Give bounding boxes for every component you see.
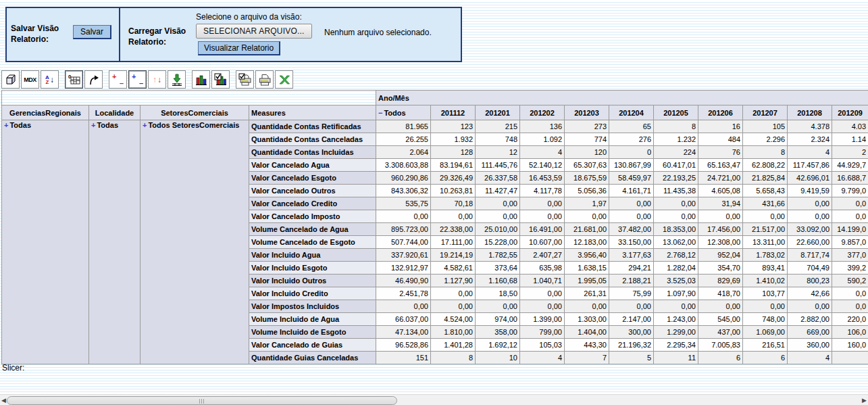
horizontal-scrollbar[interactable]: ◀ ▶ bbox=[0, 394, 868, 405]
data-cell: 215 bbox=[476, 120, 520, 133]
data-cell: 4.524,00 bbox=[431, 313, 476, 326]
data-cell: 4.582,61 bbox=[431, 262, 476, 275]
data-cell: 25.010,00 bbox=[476, 223, 520, 236]
scroll-left-arrow-icon[interactable]: ◀ bbox=[1, 397, 6, 404]
save-button[interactable]: Salvar bbox=[73, 25, 111, 39]
data-cell: 443,30 bbox=[565, 339, 609, 352]
collapse-icon[interactable]: − bbox=[378, 109, 382, 117]
data-cell: 75,99 bbox=[609, 287, 654, 300]
measure-label-cell: Volume Cancelado de Esgoto bbox=[249, 236, 376, 249]
data-cell: 52.140,12 bbox=[520, 159, 565, 172]
month-column-header: 201208 bbox=[788, 105, 832, 120]
data-cell: 130.867,99 bbox=[609, 159, 654, 172]
suppress-empty-icon[interactable]: 0 bbox=[65, 70, 83, 89]
data-cell: 4.605,08 bbox=[698, 185, 743, 197]
data-cell: 18.353,00 bbox=[654, 223, 698, 236]
data-cell: 1.299,00 bbox=[654, 326, 698, 339]
data-cell: 2.768,12 bbox=[654, 249, 698, 262]
data-cell: 354,70 bbox=[698, 262, 743, 275]
dim-header: SetoresComerciais bbox=[141, 105, 249, 120]
drill-through-icon[interactable] bbox=[168, 70, 186, 89]
month-column-header: 201209 bbox=[832, 105, 868, 120]
data-cell: 5.658,43 bbox=[743, 185, 788, 197]
data-cell: 220,0 bbox=[832, 313, 868, 326]
data-cell: 4 bbox=[788, 352, 832, 364]
data-cell: 12 bbox=[476, 146, 520, 159]
data-cell: 893,41 bbox=[743, 262, 788, 275]
data-cell: 65.163,47 bbox=[698, 159, 743, 172]
print-icon[interactable] bbox=[255, 70, 274, 89]
cube-icon[interactable] bbox=[1, 70, 20, 89]
scroll-right-arrow-icon[interactable]: ▶ bbox=[862, 397, 867, 404]
data-cell: 14.199,0 bbox=[832, 223, 868, 236]
data-cell: 70,18 bbox=[431, 197, 476, 210]
data-cell: 1.401,28 bbox=[431, 339, 476, 352]
data-cell: 0,00 bbox=[654, 210, 698, 223]
drill-member-icon[interactable]: +– bbox=[109, 70, 127, 89]
excel-icon[interactable] bbox=[275, 70, 293, 89]
data-cell: 16.688,7 bbox=[832, 172, 868, 185]
data-cell: 33.092,00 bbox=[788, 223, 832, 236]
select-file-button[interactable]: SELECIONAR ARQUIVO... bbox=[196, 24, 312, 39]
data-cell: 0,00 bbox=[431, 300, 476, 313]
data-cell: 16.453,59 bbox=[520, 172, 565, 185]
data-cell: 16.491,00 bbox=[520, 223, 565, 236]
data-cell: 42.696,01 bbox=[788, 172, 832, 185]
data-cell: 843.306,32 bbox=[376, 185, 431, 197]
data-cell: 0 bbox=[609, 146, 654, 159]
sort-icon[interactable]: AZ ↓ bbox=[41, 70, 59, 89]
data-cell: 128 bbox=[431, 146, 476, 159]
data-cell: 0,00 bbox=[520, 287, 565, 300]
data-cell: 545,00 bbox=[698, 313, 743, 326]
view-report-button[interactable]: Visualizar Relatorio bbox=[198, 41, 280, 55]
month-column-header: 201202 bbox=[520, 105, 565, 120]
dim-member-label: Todos SetoresComerciais bbox=[148, 121, 239, 129]
month-column-header: 201205 bbox=[654, 105, 698, 120]
data-cell: 1.040,71 bbox=[520, 275, 565, 287]
dim-header: GerenciasRegionais bbox=[2, 105, 89, 120]
expand-icon[interactable]: + bbox=[91, 121, 95, 129]
measure-label-cell: Volume Incluido de Esgoto bbox=[249, 326, 376, 339]
chart-config-icon[interactable] bbox=[211, 70, 230, 89]
measures-header: Measures bbox=[249, 105, 376, 120]
scrollbar-thumb[interactable] bbox=[7, 396, 397, 405]
data-cell: 8.717,74 bbox=[788, 249, 832, 262]
data-cell: 2.296 bbox=[743, 133, 788, 146]
data-cell: 11.435,38 bbox=[654, 185, 698, 197]
data-cell: 276 bbox=[609, 133, 654, 146]
data-cell: 5.056,36 bbox=[565, 185, 609, 197]
mdx-icon[interactable]: MDX bbox=[21, 70, 39, 89]
file-prompt-label: Selecione o arquivo da visão: bbox=[196, 12, 302, 22]
data-cell: 0,00 bbox=[476, 197, 520, 210]
measure-label-cell: Quantidade Contas Canceladas bbox=[249, 133, 376, 146]
expand-icon[interactable]: + bbox=[4, 121, 8, 129]
data-cell: 33.150,00 bbox=[609, 236, 654, 249]
data-cell: 0,00 bbox=[376, 300, 431, 313]
data-cell: 0,00 bbox=[654, 300, 698, 313]
data-cell: 3.525,03 bbox=[654, 275, 698, 287]
data-cell: 21.517,00 bbox=[743, 223, 788, 236]
data-cell: 1.243,00 bbox=[654, 313, 698, 326]
total-column-label: Todos bbox=[384, 109, 405, 117]
data-cell: 117.457,86 bbox=[788, 159, 832, 172]
measure-label-cell: Valor Incluido Esgoto bbox=[249, 262, 376, 275]
data-cell: 399,2 bbox=[832, 262, 868, 275]
drill-position-icon[interactable]: +– bbox=[128, 70, 147, 89]
data-cell: 590,2 bbox=[832, 275, 868, 287]
chart-icon[interactable] bbox=[192, 70, 210, 89]
data-cell: 1.810,00 bbox=[431, 326, 476, 339]
data-cell: 105 bbox=[743, 120, 788, 133]
expand-icon[interactable]: + bbox=[143, 121, 147, 129]
data-cell: 47.134,00 bbox=[376, 326, 431, 339]
data-cell: 10 bbox=[476, 352, 520, 364]
print-config-icon[interactable] bbox=[236, 70, 254, 89]
dim-member-cell: +Todas bbox=[89, 120, 141, 364]
data-cell: 1.097,90 bbox=[654, 287, 698, 300]
data-cell: 120 bbox=[565, 146, 609, 159]
data-cell: 83.194,61 bbox=[431, 159, 476, 172]
drill-replace-icon[interactable]: ↑↓ bbox=[148, 70, 166, 89]
data-cell: 6 bbox=[698, 352, 743, 364]
swap-axes-icon[interactable] bbox=[84, 70, 103, 89]
data-cell: 294,21 bbox=[609, 262, 654, 275]
data-cell: 0,00 bbox=[376, 210, 431, 223]
